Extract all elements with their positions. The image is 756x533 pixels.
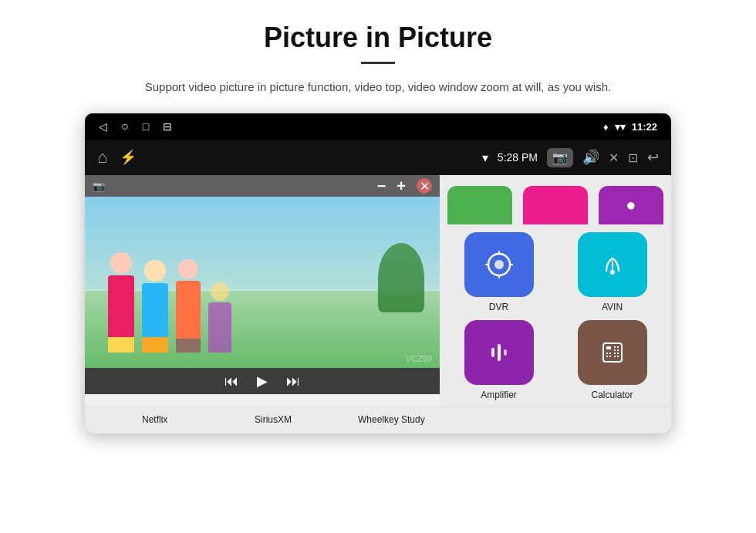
home-nav-icon[interactable]: ○	[121, 120, 129, 133]
dvr-icon	[464, 232, 534, 297]
toolbar-right: ▾ 5:28 PM 📷 🔊 ✕ ⊡ ↩	[482, 148, 659, 167]
app-netflix-partial	[447, 186, 512, 224]
calculator-label: Calculator	[591, 390, 633, 400]
svg-rect-18	[614, 356, 616, 357]
svg-rect-15	[617, 353, 619, 354]
app-calculator[interactable]: Calculator	[561, 320, 663, 400]
svg-rect-19	[617, 356, 619, 357]
pip-header: 📷 − + ✕	[85, 175, 440, 197]
pip-next-btn[interactable]: ⏭	[286, 373, 300, 390]
status-bar-left: ◁ ○ □ ⊟	[99, 120, 172, 133]
svg-rect-6	[603, 343, 622, 362]
calculator-icon	[578, 320, 647, 385]
svg-rect-8	[614, 346, 616, 348]
app-dvr[interactable]: DVR	[447, 232, 550, 312]
main-content-row: 📷 − + ✕	[85, 175, 671, 406]
avin-label: AVIN	[602, 302, 623, 312]
pip-video-area: VCZ99	[85, 197, 440, 368]
status-bar: ◁ ○ □ ⊟ ♦ ▾▾ 11:22	[85, 113, 671, 140]
svg-rect-12	[606, 353, 608, 354]
recents-nav-icon[interactable]: □	[143, 120, 149, 133]
page-subtitle: Support video picture in picture functio…	[145, 78, 611, 96]
app-avin[interactable]: AVIN	[561, 232, 663, 312]
svg-rect-5	[504, 349, 507, 356]
pip-tree	[378, 243, 424, 312]
camera-icon[interactable]: 📷	[547, 148, 573, 167]
toolbar-time: 5:28 PM	[498, 151, 538, 164]
app-wheelkey-partial: ●	[599, 186, 663, 224]
siriusxm-label-bottom: SiriusXM	[214, 412, 332, 426]
wheelkey-label-bottom: Wheelkey Study	[332, 412, 451, 426]
svg-rect-10	[614, 349, 616, 351]
pip-minus-btn[interactable]: −	[377, 177, 386, 195]
apps-row-1: DVR AVIN	[447, 232, 663, 312]
app-amplifier[interactable]: Amplifier	[447, 320, 550, 400]
back-nav-icon[interactable]: ◁	[99, 120, 107, 133]
usb-icon: ⚡	[120, 149, 137, 166]
menu-nav-icon[interactable]: ⊟	[163, 120, 172, 133]
netflix-label-bottom: Netflix	[96, 412, 214, 426]
svg-rect-13	[609, 353, 611, 354]
home-icon[interactable]: ⌂	[97, 147, 107, 167]
svg-point-1	[494, 260, 504, 269]
volume-icon[interactable]: 🔊	[582, 149, 599, 166]
svg-rect-7	[606, 346, 611, 349]
svg-rect-14	[614, 353, 616, 354]
right-apps-section: ●	[440, 175, 671, 406]
left-app-labels: Netflix SiriusXM Wheelkey Study	[96, 412, 451, 426]
pip-plus-btn[interactable]: +	[397, 177, 406, 195]
watermark: VCZ99	[406, 354, 432, 363]
toolbar-left: ⌂ ⚡	[97, 147, 137, 167]
pip-video-container: 📷 − + ✕	[85, 175, 440, 406]
status-bar-right: ♦ ▾▾ 11:22	[603, 121, 657, 133]
svg-rect-11	[617, 349, 619, 351]
pip-header-controls: − + ✕	[377, 177, 432, 195]
dvr-label: DVR	[489, 302, 508, 312]
amplifier-label: Amplifier	[481, 390, 517, 400]
avin-icon	[578, 232, 647, 297]
svg-rect-17	[609, 356, 611, 357]
svg-rect-3	[491, 348, 494, 357]
pip-camera-icon: 📷	[93, 180, 105, 192]
amplifier-icon	[464, 320, 534, 385]
svg-rect-16	[606, 356, 608, 357]
app-siriusxm-partial	[523, 186, 588, 224]
partial-apps-row: ●	[447, 181, 663, 224]
wifi-signal-icon: ▾▾	[615, 121, 626, 133]
back-icon-toolbar[interactable]: ↩	[647, 149, 659, 166]
pip-prev-btn[interactable]: ⏮	[224, 373, 238, 390]
svg-rect-4	[498, 344, 501, 361]
apps-row-2: Amplifier	[447, 320, 663, 400]
page-title: Picture in Picture	[264, 22, 492, 54]
pip-people	[108, 252, 231, 353]
status-time: 11:22	[632, 121, 657, 133]
location-icon: ♦	[603, 121, 609, 133]
wifi-icon-toolbar: ▾	[482, 150, 488, 165]
pip-mode-icon[interactable]: ⊡	[628, 150, 638, 165]
close-pip-icon[interactable]: ✕	[609, 150, 619, 165]
title-divider	[361, 62, 395, 64]
pip-close-btn[interactable]: ✕	[417, 178, 432, 194]
device-frame: ◁ ○ □ ⊟ ♦ ▾▾ 11:22 ⌂ ⚡ ▾ 5:28 PM 📷 🔊	[85, 113, 671, 433]
bottom-labels-row: Netflix SiriusXM Wheelkey Study	[85, 406, 671, 433]
toolbar-bar: ⌂ ⚡ ▾ 5:28 PM 📷 🔊 ✕ ⊡ ↩	[85, 140, 671, 175]
svg-rect-9	[617, 346, 619, 348]
pip-footer-controls: ⏮ ▶ ⏭	[85, 368, 440, 394]
pip-play-btn[interactable]: ▶	[257, 373, 268, 390]
